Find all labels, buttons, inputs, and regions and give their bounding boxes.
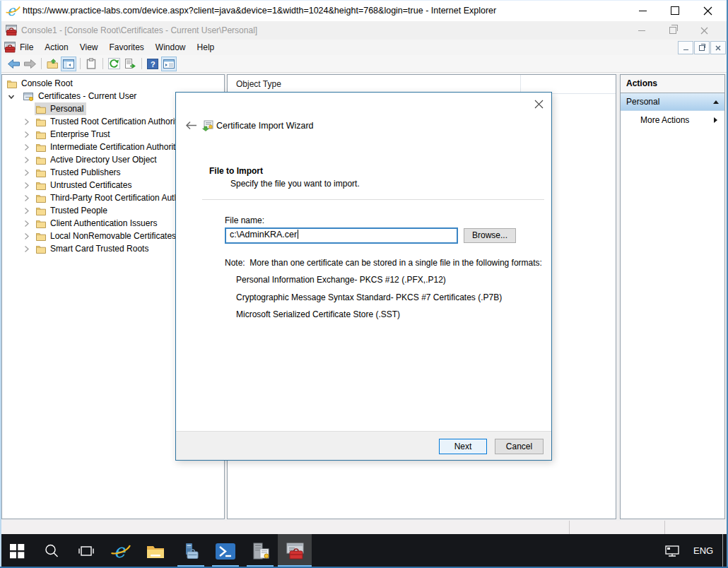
chevron-expanded-icon[interactable] <box>8 93 15 102</box>
export-folder-icon[interactable] <box>45 57 60 71</box>
chevron-collapsed-icon[interactable] <box>24 156 30 166</box>
menu-items: FileActionViewFavoritesWindowHelp <box>14 40 220 55</box>
toolbar-separator <box>141 58 142 69</box>
taskbar-ie-icon[interactable]: e <box>104 534 138 568</box>
toolbar-separator <box>102 58 103 69</box>
actions-group-personal[interactable]: Personal <box>621 93 724 111</box>
console-window-title: Console1 - [Console Root\Certificates - … <box>21 21 257 40</box>
tree-item-label: Active Directory User Object <box>50 155 157 165</box>
menu-view[interactable]: View <box>74 40 104 55</box>
tree-item-label: Client Authentication Issuers <box>50 218 157 228</box>
actions-pane: Actions Personal More Actions <box>620 74 725 519</box>
folder-icon <box>36 181 46 190</box>
toolbar-separator <box>41 58 42 69</box>
actions-pane-header: Actions <box>621 75 724 93</box>
chevron-collapsed-icon[interactable] <box>24 143 30 153</box>
folder-icon <box>36 206 46 215</box>
dialog-back-icon[interactable] <box>185 121 197 132</box>
ie-minimize-button[interactable] <box>626 0 659 21</box>
chevron-collapsed-icon[interactable] <box>24 131 30 141</box>
ie-logo-icon: e <box>6 4 21 20</box>
toolbar: ? <box>0 55 728 73</box>
taskbar-explorer-icon[interactable] <box>139 534 172 568</box>
wizard-step-subheading: Specify the file you want to import. <box>230 179 360 189</box>
ie-maximize-button[interactable] <box>659 0 691 21</box>
ie-titlebar: e https://www.practice-labs.com/device.a… <box>0 0 728 21</box>
taskbar-console-icon[interactable] <box>278 534 312 568</box>
chevron-collapsed-icon[interactable] <box>24 245 30 255</box>
note-text: Note: More than one certificate can be s… <box>225 258 542 268</box>
language-indicator[interactable]: ENG <box>693 534 713 568</box>
forward-arrow-icon[interactable] <box>22 57 37 71</box>
next-button[interactable]: Next <box>439 439 487 454</box>
certificate-wizard-icon <box>202 120 214 134</box>
dialog-title: Certificate Import Wizard <box>216 121 314 131</box>
chevron-collapsed-icon[interactable] <box>24 194 30 204</box>
taskbar-powershell-icon[interactable] <box>209 534 242 568</box>
menu-window[interactable]: Window <box>150 40 192 55</box>
status-bar <box>0 521 728 534</box>
tree-item-label: Intermediate Certification Authorities <box>50 142 187 152</box>
mdi-close-button[interactable] <box>710 41 726 54</box>
menu-action[interactable]: Action <box>39 40 74 55</box>
dialog-close-icon[interactable] <box>534 100 544 111</box>
taskbar-certsrv-icon[interactable] <box>243 534 277 568</box>
console-titlebar: Console1 - [Console Root\Certificates - … <box>0 21 728 40</box>
show-desktop-button[interactable] <box>722 534 723 568</box>
folder-icon <box>36 194 46 203</box>
menu-file[interactable]: File <box>14 40 39 55</box>
tree-item-label: Untrusted Certificates <box>50 180 131 190</box>
console-close-button[interactable] <box>688 21 720 40</box>
taskbar-taskview-icon[interactable] <box>69 534 103 568</box>
folder-icon <box>36 232 46 241</box>
folder-icon <box>36 168 46 177</box>
taskbar-device-icon[interactable] <box>174 534 208 568</box>
show-tree-toggle-icon[interactable] <box>61 57 76 71</box>
chevron-collapsed-icon[interactable] <box>24 207 30 217</box>
toolbar-separator <box>80 58 81 69</box>
svg-text:?: ? <box>151 59 155 68</box>
mdi-restore-button[interactable] <box>694 41 710 54</box>
list-column-header[interactable]: Object Type <box>228 75 616 94</box>
taskbar-search-icon[interactable] <box>35 534 69 568</box>
cancel-button[interactable]: Cancel <box>495 439 544 454</box>
folder-icon <box>36 143 46 152</box>
tree-item-label: Certificates - Current User <box>38 91 136 101</box>
format-line: Microsoft Serialized Certificate Store (… <box>236 309 400 319</box>
tree-item-console-root[interactable]: Console Root <box>2 77 224 90</box>
back-arrow-icon[interactable] <box>6 57 21 71</box>
console-restore-button[interactable] <box>657 21 688 40</box>
clipboard-icon[interactable] <box>83 57 99 71</box>
chevron-collapsed-icon[interactable] <box>24 232 30 242</box>
console-minimize-button[interactable] <box>626 21 657 40</box>
folder-icon <box>36 155 46 165</box>
chevron-collapsed-icon[interactable] <box>24 182 30 191</box>
show-window-toggle-icon[interactable] <box>161 57 177 71</box>
taskbar-start-icon[interactable] <box>0 534 34 568</box>
folder-icon <box>36 130 46 139</box>
menu-favorites[interactable]: Favorites <box>104 40 150 55</box>
more-actions-item[interactable]: More Actions <box>621 111 724 129</box>
export-list-icon[interactable] <box>122 57 138 71</box>
browse-button[interactable]: Browse... <box>464 228 516 243</box>
tree-item-label: Trusted People <box>50 206 107 215</box>
mdi-window-controls <box>678 41 726 54</box>
menu-bar: FileActionViewFavoritesWindowHelp <box>0 40 728 55</box>
chevron-collapsed-icon[interactable] <box>24 169 30 179</box>
input-indicator-icon[interactable] <box>663 545 679 560</box>
tree-item-label: Trusted Publishers <box>50 167 121 177</box>
tree-item-label: Smart Card Trusted Roots <box>50 244 148 254</box>
console-app-icon <box>6 25 18 38</box>
help-icon[interactable]: ? <box>145 57 160 71</box>
mdi-minimize-button[interactable] <box>678 41 693 54</box>
chevron-collapsed-icon[interactable] <box>24 118 30 128</box>
ie-close-button[interactable] <box>691 0 724 21</box>
menu-help[interactable]: Help <box>192 40 221 55</box>
folder-icon <box>7 79 17 88</box>
folder-icon <box>36 219 46 228</box>
refresh-icon[interactable] <box>106 57 122 71</box>
file-name-input[interactable]: c:\AdminKRA.cer <box>225 227 458 244</box>
collapse-arrow-icon <box>713 100 719 104</box>
chevron-collapsed-icon[interactable] <box>24 220 30 230</box>
format-line: Cryptographic Message Syntax Standard- P… <box>236 292 502 302</box>
